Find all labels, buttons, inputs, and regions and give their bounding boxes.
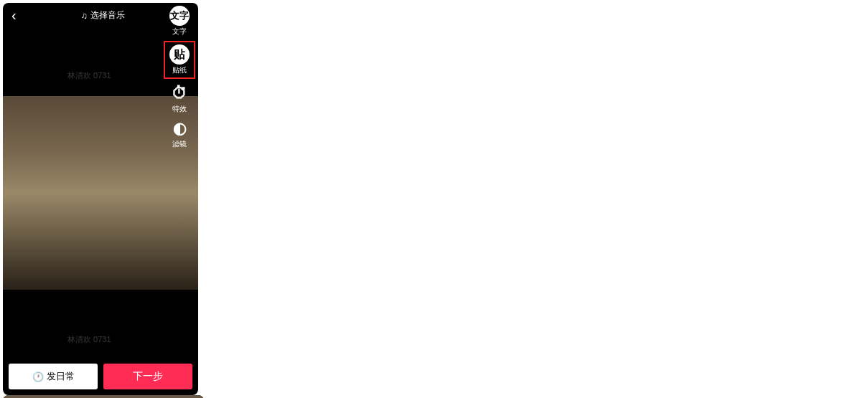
tool-label: 文字: [172, 27, 187, 37]
clock-icon: 🕐: [32, 371, 44, 382]
editor-tools: 文字 文字 贴 贴纸 ⏱ 特效 ◐ 滤镜: [164, 6, 195, 149]
watermark-text: 林清欢 0731: [67, 334, 111, 345]
next-label: 下一步: [133, 370, 163, 383]
sticker-icon: 贴: [169, 44, 190, 65]
music-label: 选择音乐: [90, 9, 125, 22]
daily-button[interactable]: 🕐 发日常: [9, 364, 98, 389]
tool-effects[interactable]: ⏱ 特效: [169, 83, 190, 114]
select-music-button[interactable]: ♫ 选择音乐: [81, 9, 125, 22]
tool-label: 滤镜: [172, 139, 187, 149]
back-icon[interactable]: ‹: [11, 7, 17, 24]
sticker-tabs: 贴图 表情: [3, 395, 204, 398]
tool-text[interactable]: 文字 文字: [169, 6, 190, 37]
music-icon: ♫: [81, 11, 88, 21]
effects-icon: ⏱: [169, 83, 190, 103]
screen-1-video-edit: ‹ ♫ 选择音乐 文字 文字 贴 贴纸 ⏱ 特效 ◐ 滤镜 林清欢 0731 林…: [3, 3, 198, 395]
tool-label: 贴纸: [172, 65, 187, 75]
tool-filter[interactable]: ◐ 滤镜: [169, 118, 190, 149]
filter-icon: ◐: [169, 118, 190, 138]
daily-label: 发日常: [47, 370, 75, 383]
tool-sticker[interactable]: 贴 贴纸: [164, 41, 195, 79]
tool-label: 特效: [172, 104, 187, 114]
text-icon: 文字: [169, 6, 190, 26]
screen-2-sticker-panel: 贴图 表情 推荐 🖼自定义 ♪歌词 🔍搜贴纸 ☰投票 📍位置 @提及 #话题 直…: [3, 395, 204, 398]
watermark-text: 林清欢 0731: [67, 70, 111, 81]
next-button[interactable]: 下一步: [103, 364, 192, 389]
